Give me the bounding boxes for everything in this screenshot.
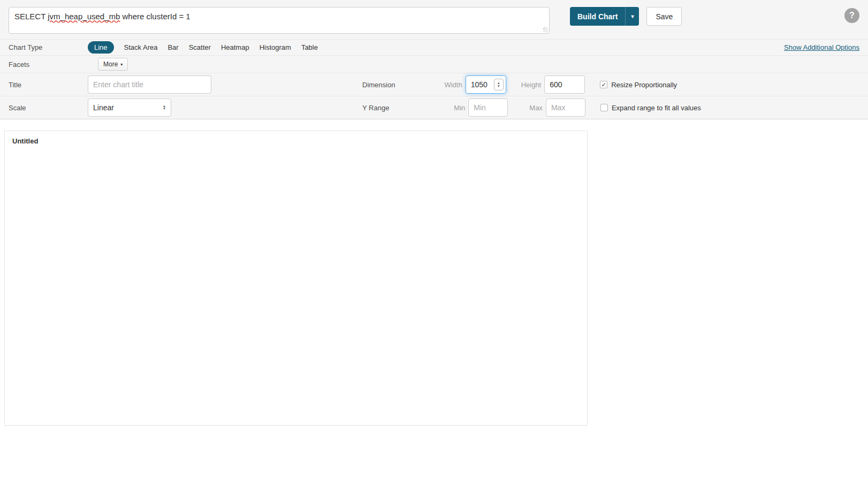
chart-type-option-histogram[interactable]: Histogram xyxy=(260,43,291,51)
chart-type-label: Chart Type xyxy=(9,43,88,51)
dimension-label: Dimension xyxy=(362,81,395,89)
max-label: Max xyxy=(529,104,543,112)
chart-type-option-table[interactable]: Table xyxy=(301,43,318,51)
width-stepper[interactable]: ▲▼ xyxy=(494,79,504,90)
facets-row: Facets More▾ xyxy=(0,55,868,73)
resize-proportionally-label: Resize Proportionally xyxy=(611,81,677,89)
help-icon[interactable]: ? xyxy=(844,8,859,23)
scale-select[interactable]: Linear ▲▼ xyxy=(88,98,171,117)
chart-type-row: Chart Type LineStack AreaBarScatterHeatm… xyxy=(0,39,868,55)
yrange-label: Y Range xyxy=(362,104,389,112)
show-additional-options-link[interactable]: Show Additional Options xyxy=(784,43,859,51)
more-label: More xyxy=(103,60,118,68)
query-metric-token: jvm_heap_used_mb xyxy=(48,12,120,21)
height-label: Height xyxy=(521,81,542,89)
facets-label: Facets xyxy=(9,60,88,69)
chart-type-option-bar[interactable]: Bar xyxy=(167,43,178,51)
expand-range-checkbox[interactable] xyxy=(600,104,608,111)
select-updown-icon: ▲▼ xyxy=(163,105,166,110)
chart-type-option-heatmap[interactable]: Heatmap xyxy=(221,43,249,51)
caret-down-icon: ▾ xyxy=(120,62,123,67)
chart-builder-toolbar: SELECT jvm_heap_used_mb where clusterId … xyxy=(0,0,868,119)
chart-preview-card: Untitled xyxy=(4,131,588,426)
expand-range-label: Expand range to fit all values xyxy=(612,104,701,112)
chart-type-option-line[interactable]: Line xyxy=(88,41,114,54)
more-facets-button[interactable]: More▾ xyxy=(98,58,128,71)
chart-type-option-scatter[interactable]: Scatter xyxy=(189,43,211,51)
scale-yrange-row: Scale Linear ▲▼ Y Range Min Max Expand r… xyxy=(0,96,868,119)
min-label: Min xyxy=(454,104,465,112)
scale-select-value: Linear xyxy=(93,103,114,112)
caret-down-icon: ▾ xyxy=(631,13,634,19)
scale-label: Scale xyxy=(9,104,88,112)
yrange-max-input[interactable] xyxy=(546,98,585,117)
save-button[interactable]: Save xyxy=(646,7,682,26)
tsquery-input[interactable]: SELECT jvm_heap_used_mb where clusterId … xyxy=(9,7,550,34)
query-text-pre: SELECT xyxy=(14,12,48,21)
height-input xyxy=(544,75,585,94)
title-dimension-row: Title Dimension Width ▲▼ Height ✓ Resize… xyxy=(0,73,868,96)
query-text-post: where clusterId = 1 xyxy=(120,12,190,21)
chart-preview-title: Untitled xyxy=(12,137,580,145)
build-chart-dropdown-caret[interactable]: ▾ xyxy=(625,7,639,26)
width-label: Width xyxy=(444,81,462,89)
title-label: Title xyxy=(9,81,88,89)
chart-type-option-stack-area[interactable]: Stack Area xyxy=(124,43,158,51)
build-chart-button[interactable]: Build Chart xyxy=(570,7,625,26)
stepper-down-icon: ▼ xyxy=(497,85,500,88)
chart-svg xyxy=(12,147,580,418)
chart-title-input[interactable] xyxy=(88,75,211,94)
resize-proportionally-checkbox[interactable]: ✓ xyxy=(600,81,607,88)
yrange-min-input[interactable] xyxy=(468,98,508,117)
